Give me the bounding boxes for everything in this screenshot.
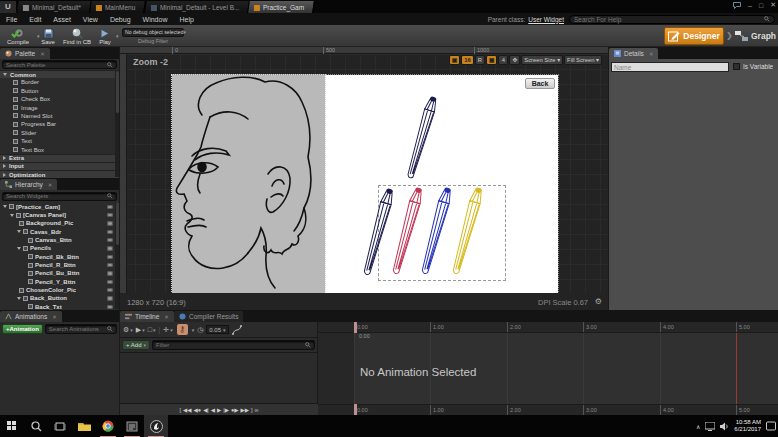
visibility-eye-icon[interactable]	[107, 246, 113, 251]
snap-clock-icon[interactable]: ◷	[197, 326, 203, 334]
animations-search-input[interactable]: Search Animations	[45, 324, 117, 334]
tab-hierarchy[interactable]: Hierarchy✕	[0, 179, 57, 190]
close-icon[interactable]: ✕	[164, 314, 169, 320]
curve-editor-icon[interactable]	[232, 325, 242, 335]
close-icon[interactable]: ✕	[649, 51, 654, 57]
obs-button[interactable]	[120, 415, 144, 437]
close-button[interactable]: ✕	[770, 1, 776, 9]
network-icon[interactable]	[705, 422, 715, 431]
tab-palette[interactable]: Palette✕	[0, 48, 50, 59]
feedback-icon[interactable]	[733, 2, 741, 9]
visibility-eye-icon[interactable]	[107, 230, 113, 235]
playback-options-icon[interactable]: ▶▾	[136, 326, 145, 334]
menu-file[interactable]: File	[0, 16, 23, 23]
palette-item[interactable]: Text	[0, 137, 119, 145]
window-tab-1[interactable]: MainMenu	[90, 1, 146, 13]
hierarchy-row[interactable]: Pencil_Bu_Bttn	[0, 269, 119, 277]
move-tool-button[interactable]: ✥	[509, 55, 520, 65]
taskbar-clock[interactable]: 10:58 AM6/21/2017	[734, 419, 761, 433]
snap-interval-dropdown[interactable]: 0.05▾	[206, 325, 228, 334]
playhead-marker[interactable]	[354, 404, 357, 415]
minimize-button[interactable]: –	[748, 2, 752, 9]
palette-item[interactable]: Check Box	[0, 95, 119, 103]
visibility-eye-icon[interactable]	[107, 305, 113, 310]
debug-object-dropdown[interactable]: No debug object selected▾	[122, 28, 184, 37]
menu-edit[interactable]: Edit	[23, 16, 47, 23]
hierarchy-row[interactable]: Back_Button	[0, 294, 119, 302]
menu-asset[interactable]: Asset	[47, 16, 77, 23]
widget-canvas[interactable]: Back .pline{stroke:currentColor;fill:non…	[172, 75, 558, 293]
track-filter-input[interactable]: Filter	[152, 340, 315, 350]
close-icon[interactable]: ✕	[48, 182, 53, 188]
palette-item[interactable]: Slider	[0, 129, 119, 137]
hierarchy-row[interactable]: Pencil_R_Bttn	[0, 261, 119, 269]
parent-class-value[interactable]: User Widget	[528, 16, 564, 23]
anchor-button[interactable]: ▣	[449, 55, 460, 65]
screen-size-dropdown[interactable]: Screen Size ▾	[521, 55, 563, 65]
auto-key-button[interactable]: ⚷	[176, 323, 189, 336]
maximize-button[interactable]: □	[759, 2, 763, 9]
palette-section-input[interactable]: Input	[0, 162, 119, 170]
unreal-editor-button[interactable]	[144, 415, 168, 437]
close-icon[interactable]: ✕	[52, 314, 57, 320]
playback-controls[interactable]: [◀◀◀●◀|◀▶|▶●▶▶▶]∞	[120, 403, 318, 415]
help-search-input[interactable]: Search For Help	[569, 15, 775, 25]
palette-item[interactable]: Border	[0, 78, 119, 86]
file-explorer-button[interactable]	[72, 415, 96, 437]
notifications-icon[interactable]	[766, 421, 776, 431]
palette-item[interactable]: Button	[0, 87, 119, 95]
window-tab-3[interactable]: Practice_Gam	[248, 1, 315, 13]
tray-chevron-icon[interactable]: ∧	[696, 423, 700, 430]
add-animation-button[interactable]: +Animation	[2, 324, 43, 334]
visibility-eye-icon[interactable]	[107, 221, 113, 226]
play-options-dropdown[interactable]: ▾	[116, 33, 119, 39]
window-tab-2[interactable]: Minimal_Default - Level B...	[145, 1, 250, 13]
hierarchy-row[interactable]: [Practice_Gam]	[0, 203, 119, 211]
hierarchy-row[interactable]: Back_Txt	[0, 303, 119, 310]
palette-scrollbar[interactable]	[115, 71, 119, 177]
sequencer-options-icon[interactable]: ⚙▾	[123, 326, 133, 334]
compile-button[interactable]: Compile	[2, 27, 34, 45]
menu-help[interactable]: Help	[173, 16, 199, 23]
visibility-eye-icon[interactable]	[107, 280, 113, 285]
timeline-ruler-bottom[interactable]: 0.001.002.003.004.005.00	[318, 404, 778, 415]
visibility-eye-icon[interactable]	[107, 213, 113, 218]
name-input[interactable]: Name	[611, 62, 729, 73]
menu-view[interactable]: View	[77, 16, 104, 23]
snap-value-button[interactable]: 4	[498, 55, 508, 65]
menu-window[interactable]: Window	[137, 16, 174, 23]
palette-item[interactable]: Named Slot	[0, 112, 119, 120]
hierarchy-row[interactable]: Pencil_Y_Bttn	[0, 278, 119, 286]
window-tab-0[interactable]: Minimal_Default*	[17, 1, 92, 13]
designer-viewport[interactable]: 05001000 Zoom -2 ▣ 16 R ▦ 4 ✥ Screen Siz…	[120, 47, 608, 310]
hierarchy-row[interactable]: ChosenColor_Pic	[0, 286, 119, 294]
volume-icon[interactable]	[720, 422, 729, 431]
playhead-marker[interactable]	[354, 322, 357, 333]
graph-mode-button[interactable]: Graph	[733, 27, 778, 45]
hierarchy-row[interactable]: Pencil_Bk_Bttn	[0, 253, 119, 261]
rotation-button[interactable]: R	[475, 55, 485, 65]
chrome-button[interactable]	[96, 415, 120, 437]
start-button[interactable]	[0, 415, 24, 437]
is-variable-checkbox[interactable]	[733, 63, 740, 70]
hierarchy-search-input[interactable]: Search Widgets	[2, 192, 117, 202]
hierarchy-row[interactable]: Canvas_Bttn	[0, 236, 119, 244]
visibility-eye-icon[interactable]	[107, 288, 113, 293]
hierarchy-scrollbar[interactable]	[115, 202, 119, 309]
tab-animations[interactable]: Animations✕	[0, 311, 62, 322]
grid-snap-button[interactable]: 16	[461, 55, 473, 65]
range-options-icon[interactable]: □▾	[148, 326, 156, 333]
visibility-eye-icon[interactable]	[107, 271, 113, 276]
taskbar-search-button[interactable]	[24, 415, 48, 437]
gear-icon[interactable]: ⚙	[595, 297, 602, 306]
fill-screen-dropdown[interactable]: Fill Screen ▾	[564, 55, 602, 65]
timeline-ruler-top[interactable]: 0.001.002.003.004.005.00	[318, 322, 778, 333]
visibility-eye-icon[interactable]	[107, 263, 113, 268]
scale-snap-button[interactable]: ▦	[486, 55, 497, 65]
timeline-grid[interactable]: 0.001.002.003.004.005.00 0.001.002.003.0…	[318, 322, 778, 415]
palette-item[interactable]: Text Box	[0, 145, 119, 153]
visibility-eye-icon[interactable]	[107, 296, 113, 301]
palette-section-extra[interactable]: Extra	[0, 154, 119, 162]
camera-options-icon[interactable]: ✛▾	[163, 326, 172, 334]
tab-compiler-results[interactable]: Compiler Results	[174, 311, 244, 322]
